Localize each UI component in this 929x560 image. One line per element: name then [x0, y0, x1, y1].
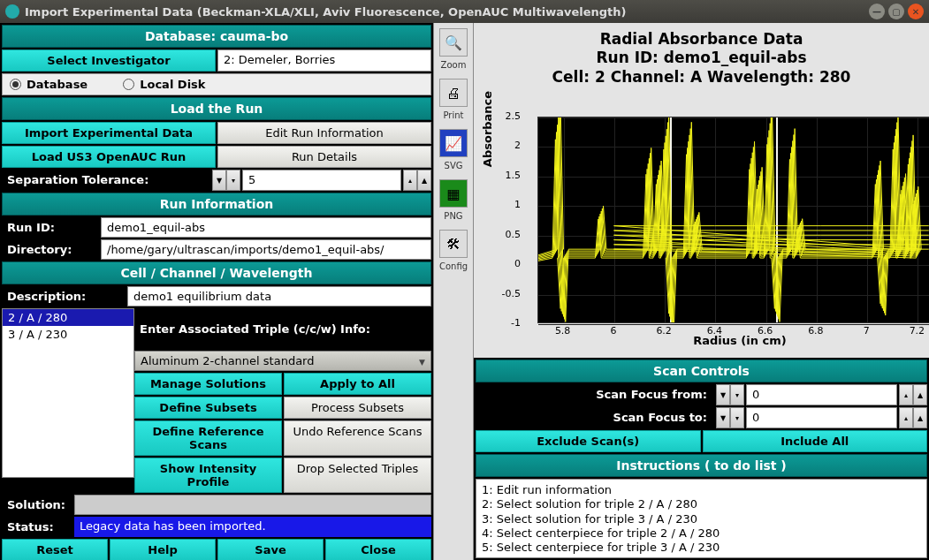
status-value: Legacy data has been imported.	[74, 517, 431, 537]
instruction-item: 4: Select centerpiece for triple 2 / A /…	[482, 526, 921, 541]
description-label: Description:	[2, 286, 126, 306]
load-run-header: Load the Run	[2, 97, 431, 120]
png-icon[interactable]: ▦	[439, 179, 468, 208]
scan-focus-from-input[interactable]: 0	[746, 384, 897, 405]
undo-reference-scans-button[interactable]: Undo Reference Scans	[284, 420, 431, 456]
instruction-item: 3: Select solution for triple 3 / A / 23…	[482, 512, 921, 526]
load-openauc-run-button[interactable]: Load US3 OpenAUC Run	[2, 146, 216, 168]
scan-focus-from-label: Scan Focus from:	[476, 384, 714, 405]
enter-triple-info-label: Enter Associated Triple (c/c/w) Info:	[134, 308, 431, 349]
database-header: Database: cauma-bo	[2, 25, 431, 48]
septol-big-down-button[interactable]: ▼	[212, 170, 226, 191]
directory-field[interactable]: /home/gary/ultrascan/imports/demo1_equil…	[101, 239, 431, 260]
septol-big-up-button[interactable]: ▲	[417, 170, 431, 191]
run-information-header: Run Information	[2, 193, 431, 216]
define-reference-scans-button[interactable]: Define Reference Scans	[134, 420, 282, 456]
print-label: Print	[443, 110, 463, 120]
save-button[interactable]: Save	[217, 539, 324, 560]
chart-title: Radial Absorbance Data Run ID: demo1_equ…	[483, 30, 920, 87]
list-item[interactable]: 2 / A / 280	[3, 309, 133, 326]
from-big-up-button[interactable]: ▲	[913, 384, 927, 405]
run-details-button[interactable]: Run Details	[217, 146, 431, 168]
triples-listbox[interactable]: 2 / A / 280 3 / A / 230	[2, 308, 134, 478]
zoom-label: Zoom	[441, 60, 467, 70]
process-subsets-button[interactable]: Process Subsets	[284, 397, 431, 419]
to-small-up-button[interactable]: ▴	[899, 407, 913, 428]
septol-small-down-button[interactable]: ▾	[226, 170, 240, 191]
chart-area: Radial Absorbance Data Run ID: demo1_equ…	[474, 23, 929, 358]
select-investigator-button[interactable]: Select Investigator	[2, 49, 216, 72]
config-label: Config	[439, 261, 468, 271]
source-radio-group: Database Local Disk	[2, 73, 431, 95]
investigator-field[interactable]: 2: Demeler, Borries	[217, 49, 431, 72]
ccw-header: Cell / Channel / Wavelength	[2, 261, 431, 284]
chevron-down-icon	[419, 354, 425, 367]
window-title: Import Experimental Data (Beckman-XLA/XL…	[25, 5, 626, 19]
to-big-down-button[interactable]: ▼	[716, 407, 730, 428]
local-disk-radio[interactable]: Local Disk	[123, 78, 205, 91]
description-field[interactable]: demo1 equilibrium data	[127, 286, 431, 306]
separation-tolerance-input[interactable]: 5	[242, 170, 401, 191]
status-label: Status:	[2, 517, 72, 537]
scan-focus-to-input[interactable]: 0	[746, 407, 897, 428]
instruction-item: 5: Select centerpiece for triple 3 / A /…	[482, 541, 921, 555]
titlebar: Import Experimental Data (Beckman-XLA/XL…	[0, 0, 929, 23]
show-intensity-profile-button[interactable]: Show Intensity Profile	[134, 458, 282, 493]
radio-icon	[10, 79, 21, 90]
directory-label: Directory:	[2, 239, 99, 260]
exclude-scans-button[interactable]: Exclude Scan(s)	[476, 430, 701, 452]
scan-focus-to-label: Scan Focus to:	[476, 407, 714, 428]
manage-solutions-button[interactable]: Manage Solutions	[134, 373, 282, 395]
radio-icon	[123, 79, 134, 90]
svg-icon[interactable]: 📈	[439, 129, 468, 157]
include-all-button[interactable]: Include All	[703, 430, 928, 452]
svg-label: SVG	[445, 161, 463, 170]
define-subsets-button[interactable]: Define Subsets	[134, 397, 282, 419]
zoom-icon[interactable]: 🔍	[439, 28, 468, 57]
run-id-field[interactable]: demo1_equil-abs	[101, 217, 431, 238]
reset-button[interactable]: Reset	[2, 539, 108, 560]
scan-controls-header: Scan Controls	[476, 359, 927, 382]
solution-field	[74, 495, 431, 515]
run-id-label: Run ID:	[2, 217, 99, 238]
from-small-up-button[interactable]: ▴	[899, 384, 913, 405]
y-axis-label: Absorbance	[481, 41, 494, 217]
maximize-button[interactable]: ▢	[888, 4, 904, 19]
instructions-list[interactable]: 1: Edit run information2: Select solutio…	[476, 479, 927, 558]
instruction-item: 1: Edit run information	[482, 483, 921, 497]
drop-selected-triples-button[interactable]: Drop Selected Triples	[284, 458, 431, 493]
to-small-down-button[interactable]: ▾	[730, 407, 744, 428]
print-icon[interactable]: 🖨	[439, 79, 468, 107]
solution-label: Solution:	[2, 495, 72, 515]
septol-small-up-button[interactable]: ▴	[403, 170, 417, 191]
plot-canvas[interactable]	[537, 117, 929, 323]
png-label: PNG	[444, 211, 462, 221]
instructions-header: Instructions ( to do list )	[476, 454, 927, 477]
separation-tolerance-label: Separation Tolerance:	[2, 170, 210, 191]
close-button[interactable]: Close	[325, 539, 431, 560]
database-radio[interactable]: Database	[10, 78, 88, 91]
from-small-down-button[interactable]: ▾	[730, 384, 744, 405]
to-big-up-button[interactable]: ▲	[913, 407, 927, 428]
config-icon[interactable]: 🛠	[439, 230, 468, 258]
edit-run-information-button[interactable]: Edit Run Information	[217, 122, 431, 144]
instruction-item: 2: Select solution for triple 2 / A / 28…	[482, 497, 921, 511]
apply-to-all-button[interactable]: Apply to All	[284, 373, 431, 395]
help-button[interactable]: Help	[110, 539, 216, 560]
minimize-button[interactable]: —	[869, 4, 885, 19]
app-icon	[5, 4, 19, 19]
centerpiece-select[interactable]: Aluminum 2-channel standard	[134, 351, 431, 371]
close-window-button[interactable]: ✕	[908, 4, 924, 19]
from-big-down-button[interactable]: ▼	[716, 384, 730, 405]
list-item[interactable]: 3 / A / 230	[3, 326, 133, 343]
import-experimental-data-button[interactable]: Import Experimental Data	[2, 122, 216, 144]
